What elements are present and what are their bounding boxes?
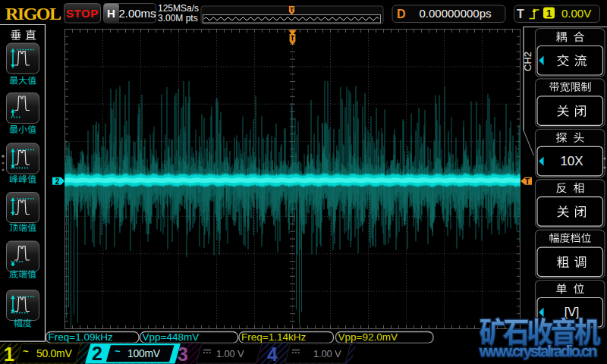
svg-text:Vpp=448mV: Vpp=448mV: [143, 331, 200, 343]
svg-text:H: H: [107, 7, 115, 20]
svg-text:www.crystalradio.cn: www.crystalradio.cn: [479, 342, 597, 359]
svg-text:Freq=1.09kHz: Freq=1.09kHz: [49, 331, 113, 343]
svg-text:2.00ms: 2.00ms: [118, 7, 156, 20]
svg-text:T: T: [290, 6, 294, 14]
svg-text:~: ~: [23, 346, 29, 357]
svg-text:T: T: [525, 177, 530, 186]
svg-text:D: D: [397, 8, 406, 20]
svg-text:RIGOL: RIGOL: [5, 4, 61, 24]
svg-text:1.00 V: 1.00 V: [313, 348, 341, 359]
svg-text:1: 1: [4, 344, 14, 364]
svg-text:3: 3: [178, 344, 188, 364]
svg-text:STOP: STOP: [66, 7, 99, 20]
svg-text:10X: 10X: [560, 154, 583, 168]
svg-text:0.00V: 0.00V: [561, 7, 591, 20]
svg-text:2: 2: [55, 177, 60, 186]
svg-text:50.0mV: 50.0mV: [36, 347, 72, 359]
svg-text:Vpp=92.0mV: Vpp=92.0mV: [338, 331, 398, 343]
svg-text:[V]: [V]: [565, 306, 580, 318]
svg-text:CH2: CH2: [522, 52, 533, 71]
svg-text:T: T: [517, 8, 524, 20]
svg-text:2: 2: [92, 343, 102, 364]
svg-text:125MSa/s: 125MSa/s: [158, 3, 199, 14]
svg-text:Freq=1.14kHz: Freq=1.14kHz: [241, 331, 306, 343]
svg-text:1.00 V: 1.00 V: [216, 348, 244, 359]
svg-text:4: 4: [267, 344, 278, 364]
svg-text:100mV: 100mV: [127, 347, 161, 359]
svg-text:~: ~: [115, 346, 121, 357]
svg-text:3.00M pts: 3.00M pts: [158, 13, 198, 24]
svg-text:0.00000000ps: 0.00000000ps: [419, 7, 491, 20]
svg-text:1: 1: [546, 8, 552, 19]
